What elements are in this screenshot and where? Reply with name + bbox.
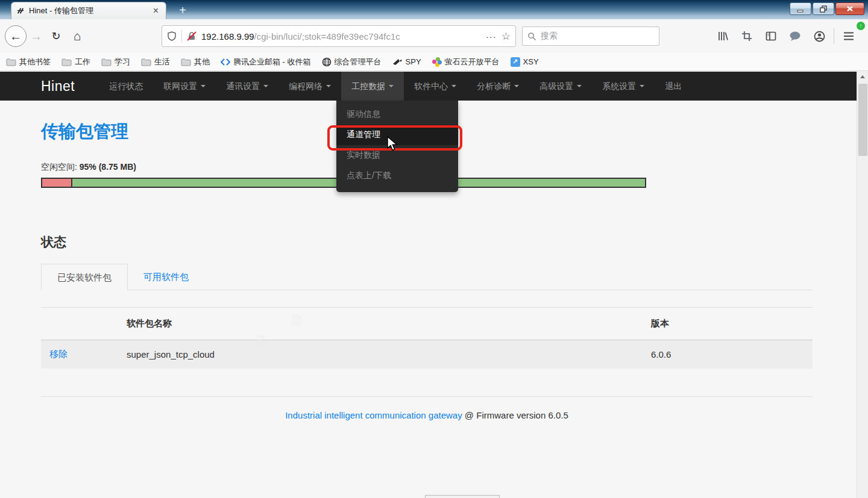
menu-hamburger-icon[interactable]: ↑ bbox=[837, 25, 861, 47]
bookmark-mgmt-platform[interactable]: 综合管理平台 bbox=[322, 57, 382, 67]
urlbar-divider bbox=[181, 30, 182, 42]
chevron-down-icon bbox=[326, 85, 331, 87]
sidebar-icon[interactable] bbox=[759, 25, 783, 47]
statusbar-partial bbox=[425, 495, 500, 498]
close-button[interactable] bbox=[835, 2, 864, 15]
status-heading: 状态 bbox=[41, 234, 813, 251]
free-space-value: 95% (8.75 MB) bbox=[80, 162, 136, 172]
bookmark-tencent-mail[interactable]: 腾讯企业邮箱 - 收件箱 bbox=[221, 57, 311, 67]
tencent-mail-icon bbox=[221, 58, 230, 66]
cell-package-name: super_json_tcp_cloud bbox=[127, 349, 651, 359]
tab-close-icon[interactable]: × bbox=[151, 5, 161, 16]
nav-item-analysis-diagnosis[interactable]: 分析诊断 bbox=[467, 72, 529, 101]
url-path: /cgi-bin/luci/;stok=489fe39ec794fc1c bbox=[254, 31, 481, 42]
folder-icon bbox=[6, 58, 16, 66]
table-row: 移除 super_json_tcp_cloud 6.0.6 bbox=[41, 340, 813, 369]
chevron-down-icon bbox=[640, 85, 644, 87]
bookmark-ezviz[interactable]: 萤石云开放平台 bbox=[432, 57, 500, 67]
search-bar[interactable]: 搜索 bbox=[522, 26, 659, 46]
industrial-data-dropdown: 驱动信息 通道管理 实时数据 点表上/下载 bbox=[336, 101, 458, 192]
col-header-package-name: 软件包名称 bbox=[127, 318, 651, 329]
nav-item-running-status[interactable]: 运行状态 bbox=[99, 72, 153, 101]
minimize-button[interactable] bbox=[790, 2, 811, 15]
package-tabs: 已安装软件包 可用软件包 bbox=[41, 264, 813, 290]
forward-button: → bbox=[27, 30, 46, 43]
nav-item-system-settings[interactable]: 系统设置 bbox=[592, 72, 655, 101]
screenshot-crop-icon[interactable] bbox=[735, 25, 759, 47]
chevron-down-icon bbox=[577, 85, 582, 87]
nav-item-software-center[interactable]: 软件中心 bbox=[404, 72, 467, 101]
library-icon[interactable] bbox=[711, 25, 735, 47]
scroll-up-arrow-icon[interactable] bbox=[857, 72, 868, 82]
footer-text: @ Firmware version 6.0.5 bbox=[462, 410, 568, 420]
browser-tab[interactable]: Hinet - 传输包管理 × bbox=[11, 2, 166, 19]
folder-icon bbox=[61, 58, 72, 66]
folder-icon bbox=[181, 58, 191, 66]
table-header-row: 软件包名称 版本 bbox=[41, 308, 813, 340]
dropdown-item-channel-management[interactable]: 通道管理 bbox=[336, 125, 458, 145]
dart-icon bbox=[392, 58, 403, 66]
nav-item-advanced-settings[interactable]: 高级设置 bbox=[529, 72, 592, 101]
footer-divider bbox=[41, 396, 813, 397]
dropdown-item-realtime-data[interactable]: 实时数据 bbox=[336, 145, 458, 166]
scrollbar-thumb[interactable] bbox=[858, 84, 867, 156]
chevron-down-icon bbox=[389, 85, 394, 87]
tab-available-packages[interactable]: 可用软件包 bbox=[128, 264, 204, 290]
bookmark-folder-work[interactable]: 工作 bbox=[61, 57, 90, 67]
remove-link[interactable]: 移除 bbox=[49, 349, 68, 359]
update-badge: ↑ bbox=[857, 22, 865, 30]
nav-item-logout[interactable]: 退出 bbox=[655, 72, 692, 101]
folder-icon bbox=[141, 58, 151, 66]
bookmark-folder-other-bookmarks[interactable]: 其他书签 bbox=[6, 57, 51, 67]
window-titlebar: Hinet - 传输包管理 × + bbox=[0, 0, 868, 19]
pocket-bubble-icon[interactable] bbox=[783, 25, 807, 47]
bookmark-folder-study[interactable]: 学习 bbox=[101, 57, 130, 67]
tab-title: Hinet - 传输包管理 bbox=[29, 5, 151, 16]
bookmark-folder-misc[interactable]: 其他 bbox=[181, 57, 210, 67]
url-host: 192.168.9.99 bbox=[201, 31, 254, 42]
folder-icon bbox=[101, 58, 112, 66]
shield-icon[interactable] bbox=[167, 31, 177, 41]
hinet-favicon-icon bbox=[16, 7, 25, 16]
reload-button[interactable]: ↻ bbox=[46, 30, 66, 43]
cell-version: 6.0.6 bbox=[651, 349, 810, 359]
bookmark-xsy[interactable]: ↗ XSY bbox=[511, 57, 539, 67]
chevron-down-icon bbox=[451, 85, 456, 87]
home-button[interactable]: ⌂ bbox=[66, 29, 88, 43]
globe-icon bbox=[322, 57, 332, 67]
site-navbar: Hinet 运行状态 联网设置 通讯设置 编程网络 工控数据 软件中心 分析诊断… bbox=[0, 72, 857, 101]
bookmark-star-icon[interactable]: ☆ bbox=[502, 30, 511, 43]
new-tab-button[interactable]: + bbox=[174, 4, 192, 18]
nav-item-network-settings[interactable]: 联网设置 bbox=[153, 72, 216, 101]
nav-item-programming-network[interactable]: 编程网络 bbox=[278, 72, 341, 101]
search-icon bbox=[527, 32, 536, 41]
bookmark-spy[interactable]: SPY bbox=[392, 57, 421, 66]
disk-used-segment bbox=[42, 179, 72, 187]
account-icon[interactable] bbox=[807, 25, 831, 47]
footer: Industrial intelligent communication gat… bbox=[41, 410, 813, 420]
dropdown-item-driver-info[interactable]: 驱动信息 bbox=[336, 104, 458, 125]
col-header-version: 版本 bbox=[651, 318, 810, 329]
toolbar-separator bbox=[834, 28, 834, 44]
brand-logo[interactable]: Hinet bbox=[41, 72, 75, 101]
browser-toolbar: ← → ↻ ⌂ 192.168.9.99 /cgi-bin/luci/;stok… bbox=[0, 19, 868, 53]
dropdown-item-point-table-updown[interactable]: 点表上/下载 bbox=[336, 166, 458, 186]
nav-item-industrial-data[interactable]: 工控数据 bbox=[341, 72, 404, 101]
package-table: 软件包名称 版本 移除 super_json_tcp_cloud 6.0.6 bbox=[41, 307, 813, 369]
restore-button[interactable] bbox=[813, 2, 834, 15]
url-bar[interactable]: 192.168.9.99 /cgi-bin/luci/;stok=489fe39… bbox=[162, 25, 516, 47]
four-dots-icon bbox=[432, 57, 442, 67]
bookmark-folder-life[interactable]: 生活 bbox=[141, 57, 170, 67]
footer-link[interactable]: Industrial intelligent communication gat… bbox=[285, 410, 462, 420]
chevron-down-icon bbox=[201, 85, 206, 87]
search-placeholder: 搜索 bbox=[541, 31, 558, 42]
tab-installed-packages[interactable]: 已安装软件包 bbox=[41, 264, 128, 290]
arrow-square-icon: ↗ bbox=[511, 57, 520, 67]
back-button[interactable]: ← bbox=[5, 25, 27, 47]
page-scrollbar[interactable] bbox=[857, 72, 868, 498]
nav-item-comm-settings[interactable]: 通讯设置 bbox=[216, 72, 278, 101]
bookmarks-bar: 其他书签 工作 学习 生活 其他 腾讯企业邮箱 - 收件箱 综合管理平台 SPY… bbox=[0, 53, 868, 71]
insecure-lock-icon[interactable] bbox=[187, 31, 197, 41]
chevron-down-icon bbox=[263, 85, 268, 87]
page-actions-icon[interactable]: ··· bbox=[486, 31, 497, 42]
